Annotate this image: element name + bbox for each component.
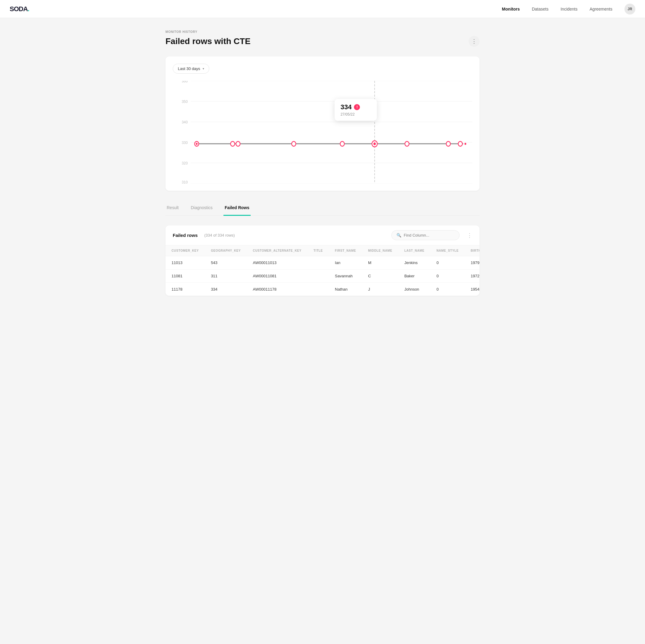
svg-point-23	[458, 141, 462, 146]
table-cell: Nathan	[329, 283, 362, 296]
tab-failed-rows[interactable]: Failed Rows	[223, 201, 251, 216]
tab-bar: Result Diagnostics Failed Rows	[166, 201, 479, 216]
svg-point-18	[340, 141, 345, 146]
page-title-row: Failed rows with CTE ⋮	[166, 36, 479, 47]
col-name-style: NAME_STYLE	[430, 245, 464, 256]
table-title: Failed rows	[173, 233, 198, 238]
svg-text:320: 320	[182, 160, 188, 166]
table-cell: 0	[430, 256, 464, 270]
svg-point-14	[196, 143, 198, 145]
search-box[interactable]: 🔍	[391, 230, 460, 240]
col-title: TITLE	[307, 245, 329, 256]
tab-result[interactable]: Result	[166, 201, 180, 216]
chart-area: 360 350 340 330 320 310	[173, 81, 472, 184]
table-cell	[307, 256, 329, 270]
table-cell: Savannah	[329, 270, 362, 283]
more-options-button[interactable]: ⋮	[469, 36, 479, 47]
table-cell: 1972-01-21	[465, 270, 479, 283]
svg-point-16	[236, 141, 240, 146]
table-row: 11013543AW00011013IanMJenkins01979-08-03	[166, 256, 479, 270]
col-last-name: LAST_NAME	[398, 245, 431, 256]
svg-point-20	[374, 142, 376, 145]
svg-text:330: 330	[182, 140, 188, 145]
svg-point-15	[230, 141, 235, 146]
table-cell: Baker	[398, 270, 431, 283]
svg-text:360: 360	[182, 81, 188, 83]
table-cell: Johnson	[398, 283, 431, 296]
table-cell: 1954-08-20	[465, 283, 479, 296]
table-row: 11081311AW00011081SavannahCBaker01972-01…	[166, 270, 479, 283]
table-cell: AW00011013	[247, 256, 307, 270]
table-cell: AW00011081	[247, 270, 307, 283]
nav-links: Monitors Datasets Incidents Agreements	[502, 7, 612, 11]
table-row: 11178334AW00011178NathanJJohnson01954-08…	[166, 283, 479, 296]
col-customer-alternate-key: CUSTOMER_ALTERNATE_KEY	[247, 245, 307, 256]
col-geography-key: GEOGRAPHY_KEY	[205, 245, 247, 256]
table-cell: 334	[205, 283, 247, 296]
nav-monitors[interactable]: Monitors	[502, 7, 520, 11]
table-cell	[307, 283, 329, 296]
avatar[interactable]: JR	[624, 4, 635, 14]
table-cell: Ian	[329, 256, 362, 270]
nav-incidents[interactable]: Incidents	[561, 7, 577, 11]
col-middle-name: MIDDLE_NAME	[362, 245, 398, 256]
svg-point-17	[292, 141, 296, 146]
table-cell: J	[362, 283, 398, 296]
time-select-label: Last 30 days	[178, 66, 200, 71]
table-cell: M	[362, 256, 398, 270]
nav-agreements[interactable]: Agreements	[590, 7, 612, 11]
table-more-button[interactable]: ⋮	[467, 232, 472, 239]
time-select-dropdown[interactable]: Last 30 days ▾	[173, 64, 209, 74]
tab-diagnostics[interactable]: Diagnostics	[190, 201, 214, 216]
svg-text:310: 310	[182, 180, 188, 184]
svg-text:340: 340	[182, 119, 188, 124]
table-header: Failed rows (334 of 334 rows) 🔍 ⋮	[166, 226, 479, 245]
col-birth-date: BIRTH_DATE	[465, 245, 479, 256]
table-cell: 311	[205, 270, 247, 283]
svg-point-22	[446, 141, 451, 146]
svg-point-24	[464, 143, 466, 145]
nav-datasets[interactable]: Datasets	[532, 7, 549, 11]
col-first-name: FIRST_NAME	[329, 245, 362, 256]
chart-card: Last 30 days ▾ 360 350 340 330 320	[166, 56, 479, 191]
logo: SODA.	[10, 5, 29, 13]
table-count: (334 of 334 rows)	[204, 233, 235, 238]
table-cell: 543	[205, 256, 247, 270]
page-title: Failed rows with CTE	[166, 36, 251, 46]
table-header-row: CUSTOMER_KEY GEOGRAPHY_KEY CUSTOMER_ALTE…	[166, 245, 479, 256]
chevron-down-icon: ▾	[203, 67, 204, 70]
table-cell: 11178	[166, 283, 205, 296]
table-body: 11013543AW00011013IanMJenkins01979-08-03…	[166, 256, 479, 296]
page-content: Monitor History Failed rows with CTE ⋮ L…	[151, 18, 494, 308]
svg-text:350: 350	[182, 99, 188, 104]
svg-point-21	[405, 141, 409, 146]
table-card: Failed rows (334 of 334 rows) 🔍 ⋮ CUSTOM…	[166, 226, 479, 296]
navbar: SODA. Monitors Datasets Incidents Agreem…	[0, 0, 645, 18]
search-input[interactable]	[404, 233, 454, 238]
table-cell: Jenkins	[398, 256, 431, 270]
table-cell: 11013	[166, 256, 205, 270]
col-customer-key: CUSTOMER_KEY	[166, 245, 205, 256]
breadcrumb: Monitor History	[166, 30, 479, 33]
line-chart: 360 350 340 330 320 310	[173, 81, 472, 184]
table-cell: C	[362, 270, 398, 283]
table-cell: 1979-08-03	[465, 256, 479, 270]
failed-rows-table: CUSTOMER_KEY GEOGRAPHY_KEY CUSTOMER_ALTE…	[166, 245, 479, 296]
search-icon: 🔍	[397, 233, 401, 238]
table-cell	[307, 270, 329, 283]
table-cell: 11081	[166, 270, 205, 283]
table-cell: 0	[430, 270, 464, 283]
table-cell: AW00011178	[247, 283, 307, 296]
table-cell: 0	[430, 283, 464, 296]
